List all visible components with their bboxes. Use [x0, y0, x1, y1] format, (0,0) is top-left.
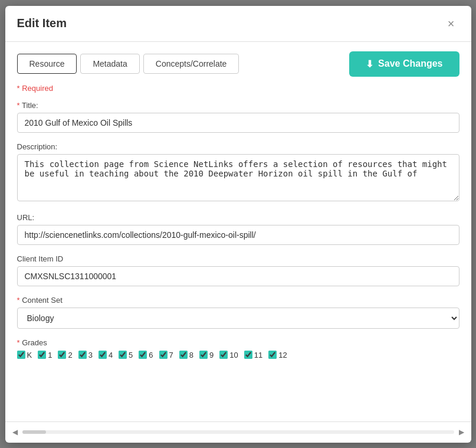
grade-item-9[interactable]: 9	[199, 351, 214, 359]
grade-item-k[interactable]: K	[17, 351, 32, 359]
horizontal-scrollbar-track	[22, 430, 454, 434]
grade-checkbox-k[interactable]	[17, 351, 25, 359]
grade-checkbox-7[interactable]	[159, 351, 168, 359]
grade-item-7[interactable]: 7	[159, 351, 173, 359]
grade-checkbox-1[interactable]	[38, 351, 46, 359]
content-set-field-group: Content Set Biology Chemistry Physics Ea…	[17, 296, 459, 329]
grade-label-2: 2	[68, 351, 72, 359]
grade-checkbox-2[interactable]	[58, 351, 66, 359]
client-item-id-label: Client Item ID	[17, 254, 459, 263]
grade-label-1: 1	[48, 351, 52, 359]
grade-item-12[interactable]: 12	[268, 351, 287, 359]
grade-checkbox-10[interactable]	[219, 351, 228, 359]
modal-header: Edit Item ×	[5, 6, 471, 42]
horizontal-scrollbar-thumb	[22, 430, 46, 434]
grade-label-7: 7	[169, 351, 173, 359]
tab-resource[interactable]: Resource	[17, 54, 77, 74]
close-button[interactable]: ×	[443, 15, 459, 32]
grade-label-12: 12	[278, 351, 287, 359]
grade-label-3: 3	[88, 351, 93, 359]
grade-item-6[interactable]: 6	[139, 351, 153, 359]
url-field-group: URL:	[17, 213, 459, 245]
grade-checkbox-12[interactable]	[268, 351, 277, 359]
grades-row: K123456789101112	[17, 351, 459, 359]
modal-title: Edit Item	[17, 17, 67, 30]
grade-checkbox-5[interactable]	[119, 351, 127, 359]
content-set-select[interactable]: Biology Chemistry Physics Earth Science	[17, 308, 459, 329]
grade-label-4: 4	[109, 351, 113, 359]
grade-label-6: 6	[149, 351, 153, 359]
grade-checkbox-9[interactable]	[199, 351, 208, 359]
description-textarea[interactable]	[17, 154, 459, 201]
scroll-left-arrow[interactable]: ◀	[12, 428, 18, 436]
grade-item-8[interactable]: 8	[179, 351, 193, 359]
grade-label-5: 5	[129, 351, 133, 359]
save-changes-button[interactable]: ⬇ Save Changes	[349, 51, 459, 77]
grade-checkbox-6[interactable]	[139, 351, 147, 359]
tab-concepts-correlate[interactable]: Concepts/Correlate	[143, 54, 239, 74]
grade-label-10: 10	[229, 351, 238, 359]
grade-checkbox-4[interactable]	[99, 351, 107, 359]
required-note: * Required	[17, 84, 459, 93]
client-item-id-input[interactable]	[17, 266, 459, 286]
grade-label-k: K	[27, 351, 32, 359]
save-icon: ⬇	[366, 58, 373, 70]
grade-item-11[interactable]: 11	[244, 351, 262, 359]
title-input[interactable]	[17, 113, 459, 133]
grades-label: Grades	[17, 338, 459, 347]
grade-checkbox-8[interactable]	[179, 351, 188, 359]
tabs-and-save-row: Resource Metadata Concepts/Correlate ⬇ S…	[17, 51, 459, 77]
grade-label-11: 11	[254, 351, 262, 359]
edit-item-modal: Edit Item × Resource Metadata Concepts/C…	[5, 6, 471, 443]
grade-item-2[interactable]: 2	[58, 351, 72, 359]
scroll-right-arrow[interactable]: ▶	[459, 428, 464, 436]
description-field-group: Description:	[17, 142, 459, 204]
title-label: Title:	[17, 101, 459, 110]
url-input[interactable]	[17, 225, 459, 245]
client-item-id-field-group: Client Item ID	[17, 254, 459, 286]
grade-item-10[interactable]: 10	[219, 351, 238, 359]
tab-metadata[interactable]: Metadata	[80, 54, 139, 74]
url-label: URL:	[17, 213, 459, 222]
grades-field-group: Grades K123456789101112	[17, 338, 459, 359]
grade-checkbox-3[interactable]	[78, 351, 87, 359]
modal-footer: ◀ ▶	[5, 421, 471, 443]
grade-checkbox-11[interactable]	[244, 351, 252, 359]
grade-item-1[interactable]: 1	[38, 351, 52, 359]
grade-item-3[interactable]: 3	[78, 351, 93, 359]
save-button-label: Save Changes	[378, 58, 442, 69]
description-label: Description:	[17, 142, 459, 151]
title-field-group: Title:	[17, 101, 459, 133]
modal-body: Resource Metadata Concepts/Correlate ⬇ S…	[5, 42, 471, 421]
tab-bar: Resource Metadata Concepts/Correlate	[17, 54, 243, 74]
grade-item-5[interactable]: 5	[119, 351, 133, 359]
content-set-label: Content Set	[17, 296, 459, 305]
grade-label-8: 8	[189, 351, 193, 359]
modal-overlay: Edit Item × Resource Metadata Concepts/C…	[0, 0, 476, 448]
grade-label-9: 9	[209, 351, 214, 359]
grade-item-4[interactable]: 4	[99, 351, 113, 359]
